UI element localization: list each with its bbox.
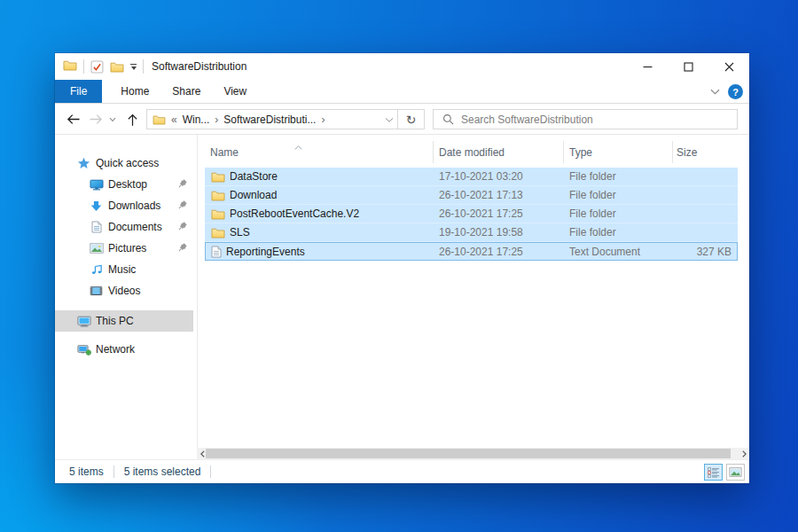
folder-icon xyxy=(211,208,225,220)
search-box[interactable] xyxy=(433,109,738,129)
desktop-background: SoftwareDistribution File Home Share Vie… xyxy=(0,0,798,532)
forward-arrow-icon xyxy=(89,113,104,126)
pin-icon xyxy=(178,200,188,212)
folder-icon xyxy=(211,227,225,239)
properties-button[interactable] xyxy=(90,60,104,74)
forward-button[interactable] xyxy=(85,104,106,135)
sidebar-item-videos[interactable]: Videos xyxy=(55,280,197,301)
scrollbar-thumb[interactable] xyxy=(206,449,731,458)
details-view-button[interactable] xyxy=(704,464,723,481)
chevron-down-icon xyxy=(710,89,720,95)
breadcrumb-separator[interactable]: › xyxy=(321,113,325,126)
navigation-toolbar: « Win... › SoftwareDistributi... › ↻ xyxy=(55,104,749,135)
sidebar-item-this-pc[interactable]: This PC xyxy=(55,310,193,332)
music-icon xyxy=(89,264,104,276)
view-toggle-buttons xyxy=(704,464,745,481)
divider xyxy=(143,59,144,74)
quick-access-toolbar xyxy=(55,59,144,74)
file-rows: DataStore 17-10-2021 03:20 File folder D… xyxy=(205,168,738,261)
sidebar-item-network[interactable]: Network xyxy=(55,339,197,360)
videos-icon xyxy=(89,286,104,296)
tab-share[interactable]: Share xyxy=(160,80,212,103)
properties-check-icon xyxy=(90,60,104,74)
maximize-icon xyxy=(684,62,693,72)
selected-count: 5 items selected xyxy=(124,466,201,478)
back-button[interactable] xyxy=(62,104,83,135)
ribbon-tabs: File Home Share View xyxy=(55,80,749,104)
minimize-icon xyxy=(643,62,653,72)
sidebar-item-quick-access[interactable]: Quick access xyxy=(55,153,197,174)
column-divider[interactable] xyxy=(433,141,434,163)
title-bar[interactable]: SoftwareDistribution xyxy=(55,53,749,80)
breadcrumb-separator[interactable]: › xyxy=(215,113,218,126)
file-row-reportingevents[interactable]: ReportingEvents 26-10-2021 17:25 Text Do… xyxy=(205,242,738,261)
tab-home[interactable]: Home xyxy=(109,80,160,103)
column-header-name[interactable]: Name xyxy=(210,146,239,159)
window-title: SoftwareDistribution xyxy=(152,60,246,73)
file-row-postrebooteventcache[interactable]: PostRebootEventCache.V2 26-10-2021 17:25… xyxy=(205,205,738,223)
search-icon xyxy=(442,113,454,125)
column-header-row: Name Date modified Type Size xyxy=(197,140,749,164)
text-file-icon xyxy=(211,246,222,258)
breadcrumb-segment[interactable]: SoftwareDistributi... xyxy=(223,113,316,126)
refresh-icon: ↻ xyxy=(406,113,417,127)
sort-ascending-icon xyxy=(294,140,302,153)
up-arrow-icon xyxy=(126,113,139,127)
address-dropdown-button[interactable] xyxy=(385,113,394,126)
tab-file[interactable]: File xyxy=(55,80,102,103)
column-header-size[interactable]: Size xyxy=(677,146,697,159)
search-input[interactable] xyxy=(461,113,737,126)
horizontal-scrollbar[interactable] xyxy=(197,448,749,459)
network-icon xyxy=(76,344,91,356)
status-bar: 5 items 5 items selected xyxy=(55,459,749,483)
address-bar[interactable]: « Win... › SoftwareDistributi... › ↻ xyxy=(146,109,425,129)
scroll-right-arrow[interactable] xyxy=(739,448,749,459)
minimize-button[interactable] xyxy=(627,53,668,80)
close-button[interactable] xyxy=(708,53,749,80)
file-row-download[interactable]: Download 26-10-2021 17:13 File folder xyxy=(205,186,738,205)
column-header-type[interactable]: Type xyxy=(569,146,592,159)
downloads-icon xyxy=(89,200,104,212)
new-folder-button[interactable] xyxy=(110,61,124,73)
items-count: 5 items xyxy=(69,466,104,478)
folder-icon xyxy=(211,171,225,183)
pin-icon xyxy=(178,178,188,191)
breadcrumb-segment[interactable]: Win... xyxy=(183,113,210,126)
explorer-folder-icon xyxy=(63,59,77,74)
expand-ribbon-button[interactable] xyxy=(710,89,720,95)
breadcrumb: « Win... › SoftwareDistributi... › xyxy=(147,113,385,126)
help-button[interactable]: ? xyxy=(728,84,743,99)
divider xyxy=(113,466,114,478)
column-divider[interactable] xyxy=(563,141,564,163)
back-arrow-icon xyxy=(66,113,81,126)
spacer xyxy=(55,301,197,310)
column-header-date-modified[interactable]: Date modified xyxy=(439,146,505,159)
explorer-window: SoftwareDistribution File Home Share Vie… xyxy=(55,53,749,483)
help-icon: ? xyxy=(732,87,739,98)
sidebar-item-downloads[interactable]: Downloads xyxy=(55,195,197,216)
tab-view[interactable]: View xyxy=(212,80,258,103)
folder-icon xyxy=(211,190,225,201)
file-row-datastore[interactable]: DataStore 17-10-2021 03:20 File folder xyxy=(205,168,738,186)
qat-dropdown-icon xyxy=(130,64,137,65)
up-button[interactable] xyxy=(121,104,144,135)
refresh-button[interactable]: ↻ xyxy=(398,110,424,129)
navigation-pane: Quick access Desktop Downloads Documents… xyxy=(55,135,197,459)
sidebar-item-documents[interactable]: Documents xyxy=(55,216,197,238)
sidebar-item-pictures[interactable]: Pictures xyxy=(55,238,197,259)
chevron-down-icon xyxy=(109,117,116,122)
breadcrumb-collapsed-chevron[interactable]: « xyxy=(171,113,177,126)
recent-locations-dropdown[interactable] xyxy=(106,104,119,135)
thumbnails-view-icon xyxy=(729,467,742,477)
quick-access-star-icon xyxy=(76,157,91,169)
ribbon-right-controls: ? xyxy=(710,80,743,104)
maximize-button[interactable] xyxy=(668,53,708,80)
customize-qat-dropdown[interactable] xyxy=(130,64,137,70)
sidebar-item-desktop[interactable]: Desktop xyxy=(55,174,197,195)
file-row-sls[interactable]: SLS 19-10-2021 19:58 File folder xyxy=(205,223,738,242)
column-divider[interactable] xyxy=(672,141,673,163)
thumbnails-view-button[interactable] xyxy=(726,464,745,481)
this-pc-icon xyxy=(76,316,91,327)
sidebar-item-music[interactable]: Music xyxy=(55,259,197,280)
window-controls xyxy=(627,53,749,80)
